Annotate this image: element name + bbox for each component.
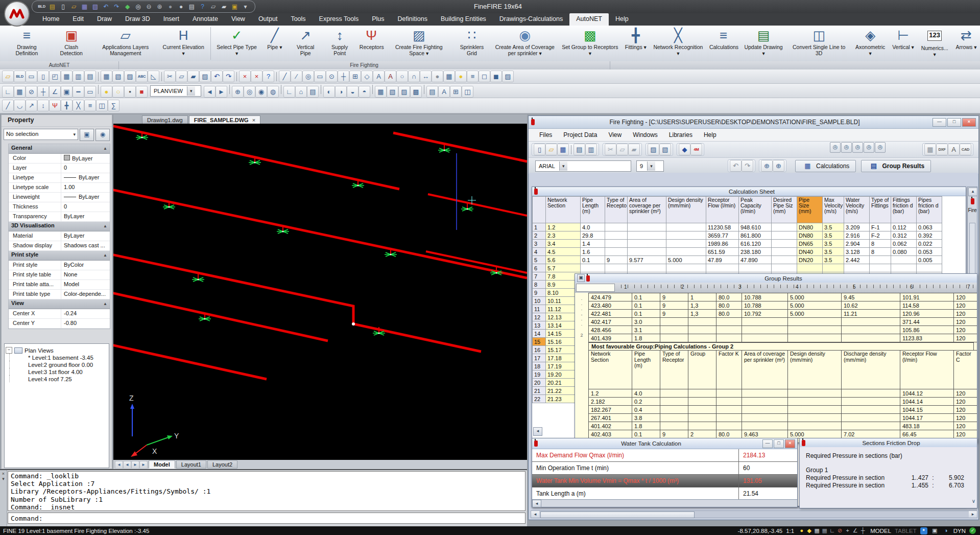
- lineweight-icon[interactable]: ━: [73, 86, 84, 97]
- block-icon[interactable]: ◫: [462, 86, 473, 97]
- column-header-desired-pipe-siz-mm[interactable]: Desired Pipe Siz (mm): [772, 197, 797, 223]
- copy-icon[interactable]: ▱: [617, 144, 628, 155]
- shade-2d-icon[interactable]: ◐: [324, 86, 334, 97]
- command-history[interactable]: Command: _looklibSelect Application :7 L…: [8, 471, 525, 511]
- menu-tab-drawings-calculations[interactable]: Drawings-Calculations: [493, 13, 569, 26]
- open-folder-icon[interactable]: ▱: [69, 2, 79, 11]
- plan-view-item-level-1-basement-3-45[interactable]: * Level:1 basement -3.45: [9, 354, 108, 361]
- layout-a-icon[interactable]: ▱: [208, 2, 218, 11]
- gear-icon[interactable]: *: [920, 527, 927, 534]
- property-value[interactable]: Shadows cast ...: [61, 241, 110, 250]
- save-as-icon[interactable]: ▧: [90, 2, 100, 11]
- pipe-riser-icon[interactable]: ↗: [26, 100, 37, 111]
- status-scale[interactable]: 1:1: [786, 528, 794, 534]
- grid-display-icon[interactable]: ▦: [821, 527, 828, 534]
- print-preview-icon[interactable]: ▥: [586, 144, 596, 155]
- select-objects-button[interactable]: ◉: [95, 129, 110, 141]
- layout-b-icon[interactable]: ▰: [219, 2, 229, 11]
- property-value[interactable]: None: [61, 270, 110, 280]
- menu-tab-output[interactable]: Output: [252, 13, 284, 26]
- layout-tab-layout1[interactable]: Layout1: [176, 460, 206, 469]
- water-tank-row-water-tank-min-volume-vmin-qmax-t-1000-m[interactable]: Water Tank Min Volume Vmin = Qmax * t / …: [532, 475, 797, 487]
- column-header-network-section[interactable]: Network Section: [546, 197, 581, 223]
- sprinkler-icon[interactable]: Ψ: [50, 100, 60, 111]
- fire-menu-files[interactable]: Files: [534, 130, 558, 140]
- column-header-pipe-size-mm[interactable]: Pipe Size (mm): [797, 197, 823, 223]
- fourm-cad-icon[interactable]: CAD: [960, 144, 971, 155]
- ribbon-button-pipe[interactable]: ╱Pipe ▾: [261, 26, 289, 61]
- ribbon-button-set-group-to-receptors[interactable]: ▩Set Group to Receptors ▾: [558, 26, 622, 61]
- group-results-tab-button[interactable]: ▤ Group Results: [861, 160, 931, 172]
- row-number[interactable]: 11: [533, 305, 546, 313]
- column-header-water-velocity-m-s[interactable]: Water Velocity (m/s): [844, 197, 870, 223]
- zoom-window-icon[interactable]: ◎: [303, 71, 314, 82]
- group-row[interactable]: 1.24.01044.12120: [589, 389, 977, 398]
- plan-views-root[interactable]: − Plan Views: [6, 347, 108, 354]
- polar-icon[interactable]: ⊘: [26, 86, 37, 97]
- column-header-pipes-friction-d-bar[interactable]: Pipes friction d (bar): [917, 197, 942, 223]
- layer-bulb-icon[interactable]: ●: [101, 86, 112, 97]
- row-number[interactable]: 2: [533, 231, 546, 240]
- collapse-icon[interactable]: [103, 300, 107, 308]
- undo-icon[interactable]: ↶: [101, 2, 111, 11]
- undo-icon[interactable]: ↶: [730, 160, 741, 171]
- array-icon[interactable]: ⊞: [350, 71, 361, 82]
- calculation-sheet-titlebar[interactable]: Calculation Sheet: [532, 187, 966, 196]
- ribbon-button-supply-point[interactable]: ↕Supply Point: [323, 26, 357, 61]
- planview-combo[interactable]: PLANVIEW: [150, 85, 201, 97]
- column-header-peak-capacity-l-min[interactable]: Peak Capacity (l/min): [739, 197, 772, 223]
- row-number[interactable]: 18: [533, 362, 546, 370]
- ribbon-button-network-recognition[interactable]: ╳Network Recognition ▾: [650, 26, 707, 61]
- menu-tab-building-entities[interactable]: Building Entities: [434, 13, 493, 26]
- sphere-icon[interactable]: ●: [432, 71, 443, 82]
- row-number[interactable]: 5: [533, 256, 546, 264]
- zoom-extents-icon[interactable]: ◎: [864, 142, 874, 153]
- shade-3d-icon[interactable]: ◑: [336, 86, 346, 97]
- scroll-up-button[interactable]: ▴: [968, 188, 977, 196]
- overflow-icon[interactable]: ▾: [241, 2, 250, 11]
- property-value[interactable]: ByLayer: [61, 231, 110, 241]
- layer-lock-icon[interactable]: ▪: [125, 86, 135, 97]
- column-header-type-of-fittings[interactable]: Type of Fittings: [870, 197, 891, 223]
- ribbon-button-create-fire-fighting-space[interactable]: ▨Create Fire Fighting Space ▾: [386, 26, 452, 61]
- menu-tab-plus[interactable]: Plus: [365, 13, 391, 26]
- view-3d-icon[interactable]: ▣: [230, 2, 240, 11]
- gradient-icon[interactable]: ▩: [411, 86, 421, 97]
- redo-icon[interactable]: ↷: [223, 71, 234, 82]
- row-number[interactable]: 22: [533, 395, 546, 403]
- row-number[interactable]: 7: [533, 272, 546, 281]
- layout-tab-layout2[interactable]: Layout2: [207, 460, 237, 469]
- region-icon[interactable]: ▦: [375, 86, 386, 97]
- scroll-left-button[interactable]: ◂: [531, 511, 539, 518]
- command-input[interactable]: Command:: [8, 513, 525, 524]
- ribbon-button-numerics[interactable]: 123Numerics... ▾: [917, 26, 952, 61]
- print-icon[interactable]: ▤: [187, 2, 197, 11]
- ribbon-button-create-area-of-coverage-per-sprinkler[interactable]: ◉Create Area of Coverage per sprinkler ▾: [492, 26, 558, 61]
- otrack-icon[interactable]: ∠: [50, 86, 60, 97]
- save-file-icon[interactable]: ▦: [558, 144, 568, 155]
- chevron-down-icon[interactable]: [559, 161, 567, 171]
- zoom-realtime-icon[interactable]: ◎: [244, 86, 255, 97]
- open-icon[interactable]: ▱: [3, 71, 13, 82]
- sum-icon[interactable]: ∑: [108, 100, 119, 111]
- quick-properties-icon[interactable]: ▭: [85, 86, 95, 97]
- ribbon-button-applications-layers-management[interactable]: ▱Applications Layers Management: [92, 26, 159, 61]
- model-toggle[interactable]: MODEL: [870, 528, 891, 534]
- grid-a-icon[interactable]: ▦: [101, 71, 112, 82]
- water-tank-row-min-operation-time-t-min[interactable]: Min Operation Time t (min)60: [532, 462, 797, 475]
- minimize-button[interactable]: —: [933, 118, 946, 127]
- column-header-fittings-friction-d-bar[interactable]: Fittings friction d (bar): [891, 197, 917, 223]
- ucs-world-icon[interactable]: ⌂: [296, 86, 306, 97]
- boundary-icon[interactable]: ▧: [387, 86, 398, 97]
- menu-tab-definitions[interactable]: Definitions: [391, 13, 434, 26]
- restore-button[interactable]: □: [774, 439, 784, 448]
- assist-icon[interactable]: ◆: [805, 527, 813, 534]
- dyn-toggle[interactable]: DYN: [953, 528, 966, 534]
- zoom-out-icon[interactable]: ◎: [841, 142, 852, 153]
- copy-icon[interactable]: ▱: [176, 71, 187, 82]
- zoom-globe-out-icon[interactable]: ⊖: [144, 2, 154, 11]
- redo-icon[interactable]: ↷: [112, 2, 122, 11]
- calc-row[interactable]: 11.24.011230.58948.610DN803.53.209F-10.1…: [533, 223, 942, 231]
- ortho-icon[interactable]: ∟: [3, 86, 13, 97]
- group-row[interactable]: 402.4030.19280.09.4635.0007.0266.45120: [589, 430, 977, 438]
